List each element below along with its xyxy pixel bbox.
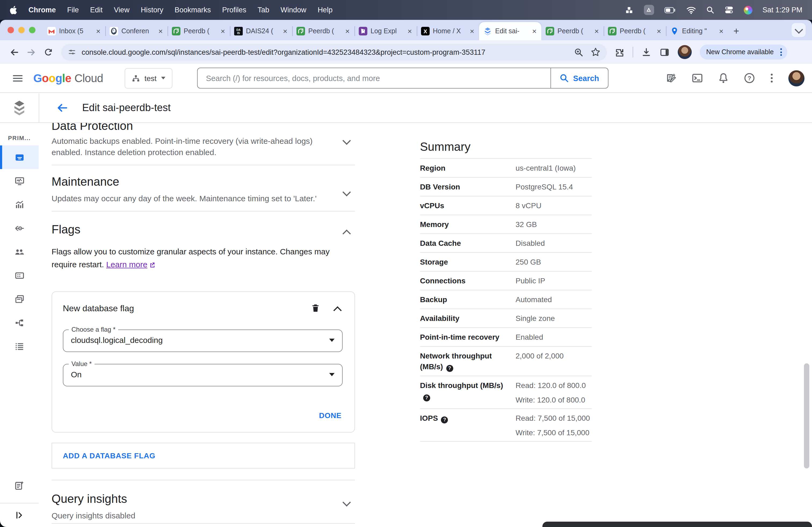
sidebar-item-users[interactable] xyxy=(0,240,39,264)
console-search-bar[interactable]: Search (/) for resources, docs, products… xyxy=(197,67,608,89)
zoom-icon[interactable] xyxy=(574,47,583,57)
collapse-flags-icon[interactable] xyxy=(344,229,350,239)
browser-tab[interactable]: Peerdb (× xyxy=(541,22,604,40)
browser-tab[interactable]: Conferen× xyxy=(105,22,168,40)
menubar-item-window[interactable]: Window xyxy=(280,6,306,14)
menubar-item-edit[interactable]: Edit xyxy=(90,6,103,14)
browser-tab[interactable]: DAISDAIS24 (× xyxy=(230,22,292,40)
page-scrollbar[interactable] xyxy=(804,363,809,468)
tab-close-icon[interactable]: × xyxy=(532,27,537,35)
menubar-app-icon[interactable] xyxy=(644,5,654,15)
close-window-button[interactable] xyxy=(8,27,14,33)
browser-tab-active[interactable]: Edit sai-× xyxy=(479,22,541,40)
more-options-icon[interactable] xyxy=(770,73,773,84)
forward-button[interactable] xyxy=(23,44,40,61)
browser-tab[interactable]: Log Expl× xyxy=(354,22,417,40)
back-arrow-button[interactable] xyxy=(56,102,68,114)
account-avatar[interactable] xyxy=(788,70,804,86)
help-icon[interactable]: ? xyxy=(446,365,453,372)
sidebar-item-operations[interactable] xyxy=(0,334,39,358)
spotlight-search-icon[interactable] xyxy=(706,6,714,14)
menubar-item-bookmarks[interactable]: Bookmarks xyxy=(175,6,211,14)
browser-tab[interactable]: Peerdb (× xyxy=(292,22,354,40)
back-button[interactable] xyxy=(5,44,23,61)
apple-logo-icon[interactable] xyxy=(10,6,17,14)
sidebar-item-connections[interactable] xyxy=(0,216,39,240)
tab-close-icon[interactable]: × xyxy=(282,27,288,35)
reload-button[interactable] xyxy=(40,44,57,61)
wifi-icon[interactable] xyxy=(686,6,696,14)
download-icon[interactable] xyxy=(641,47,651,57)
learn-more-link[interactable]: Learn more xyxy=(106,260,147,269)
expand-maintenance-icon[interactable] xyxy=(344,189,350,198)
help-icon[interactable]: ? xyxy=(441,416,448,423)
notifications-bell-icon[interactable] xyxy=(718,73,729,84)
tab-close-icon[interactable]: × xyxy=(407,27,412,35)
cloud-shell-icon[interactable] xyxy=(692,73,703,84)
tab-close-icon[interactable]: × xyxy=(594,27,599,35)
extensions-icon[interactable] xyxy=(614,47,625,57)
delete-flag-icon[interactable] xyxy=(311,303,320,313)
url-bar[interactable]: console.cloud.google.com/sql/instances/s… xyxy=(61,44,607,60)
menubar-clock[interactable]: Sat 1:29 PM xyxy=(762,6,802,14)
collapse-flag-card-icon[interactable] xyxy=(335,306,340,316)
search-button[interactable]: Search xyxy=(550,68,608,88)
control-center-icon[interactable] xyxy=(724,6,733,14)
browser-tab[interactable]: XHome / X× xyxy=(417,22,479,40)
tab-close-icon[interactable]: × xyxy=(96,27,101,35)
maximize-window-button[interactable] xyxy=(29,27,35,33)
navigation-menu-icon[interactable] xyxy=(13,75,23,81)
sidebar-item-release-notes[interactable] xyxy=(0,474,39,497)
battery-icon[interactable] xyxy=(664,6,676,14)
menubar-item-file[interactable]: File xyxy=(67,6,79,14)
menubar-item-tab[interactable]: Tab xyxy=(258,6,269,14)
summary-label: Point-in-time recovery xyxy=(420,331,516,343)
release-notes-icon[interactable] xyxy=(665,73,677,84)
tab-close-icon[interactable]: × xyxy=(220,27,226,35)
minimize-window-button[interactable] xyxy=(18,27,25,33)
help-icon[interactable]: ? xyxy=(423,394,430,401)
project-picker[interactable]: test xyxy=(125,68,172,88)
tab-close-icon[interactable]: × xyxy=(656,27,662,35)
menubar-item-profiles[interactable]: Profiles xyxy=(222,6,246,14)
sidebar-item-databases[interactable] xyxy=(0,264,39,287)
browser-tab[interactable]: Peerdb (× xyxy=(168,22,230,40)
tab-search-button[interactable] xyxy=(792,23,806,37)
google-cloud-logo[interactable]: GoogleCloud xyxy=(33,72,103,85)
browser-profile-avatar[interactable] xyxy=(678,45,692,59)
browser-menu-icon[interactable] xyxy=(777,48,785,56)
bookmark-star-icon[interactable] xyxy=(591,47,600,57)
sidebar-item-overview[interactable] xyxy=(0,146,39,169)
expand-query-insights-icon[interactable] xyxy=(344,499,350,508)
url-text[interactable]: console.cloud.google.com/sql/instances/s… xyxy=(82,48,569,56)
chrome-update-chip[interactable]: New Chrome available xyxy=(700,45,787,60)
sidebar-item-backups[interactable] xyxy=(0,287,39,311)
menubar-item-chrome[interactable]: Chrome xyxy=(28,6,56,14)
tab-close-icon[interactable]: × xyxy=(719,27,724,35)
site-settings-icon[interactable] xyxy=(68,48,76,56)
toolbar-divider xyxy=(633,47,633,57)
sidebar-item-system-insights[interactable] xyxy=(0,169,39,193)
tab-close-icon[interactable]: × xyxy=(158,27,163,35)
menubar-item-history[interactable]: History xyxy=(141,6,163,14)
menubar-item-help[interactable]: Help xyxy=(318,6,333,14)
browser-tab[interactable]: Inbox (5× xyxy=(43,22,105,40)
menubar-item-view[interactable]: View xyxy=(114,6,129,14)
tab-close-icon[interactable]: × xyxy=(469,27,475,35)
summary-row: AvailabilitySingle zone xyxy=(420,309,592,328)
siri-icon[interactable] xyxy=(743,6,752,14)
choose-flag-select[interactable]: Choose a flag * cloudsql.logical_decodin… xyxy=(63,330,343,352)
browser-tab[interactable]: Editing "× xyxy=(666,22,728,40)
new-tab-button[interactable]: + xyxy=(728,22,744,40)
done-button[interactable]: DONE xyxy=(319,411,342,420)
tab-close-icon[interactable]: × xyxy=(345,27,350,35)
sidebar-item-replicas[interactable] xyxy=(0,311,39,334)
side-panel-icon[interactable] xyxy=(659,47,670,57)
blocks-app-icon[interactable] xyxy=(625,6,634,14)
flag-value-select[interactable]: Value * On xyxy=(63,364,343,387)
browser-tab[interactable]: Peerdb (× xyxy=(604,22,666,40)
sidebar-item-query-insights[interactable] xyxy=(0,193,39,216)
help-icon[interactable]: ? xyxy=(744,73,755,84)
expand-data-protection-icon[interactable] xyxy=(344,137,350,147)
add-database-flag-button[interactable]: ADD A DATABASE FLAG xyxy=(52,443,355,468)
